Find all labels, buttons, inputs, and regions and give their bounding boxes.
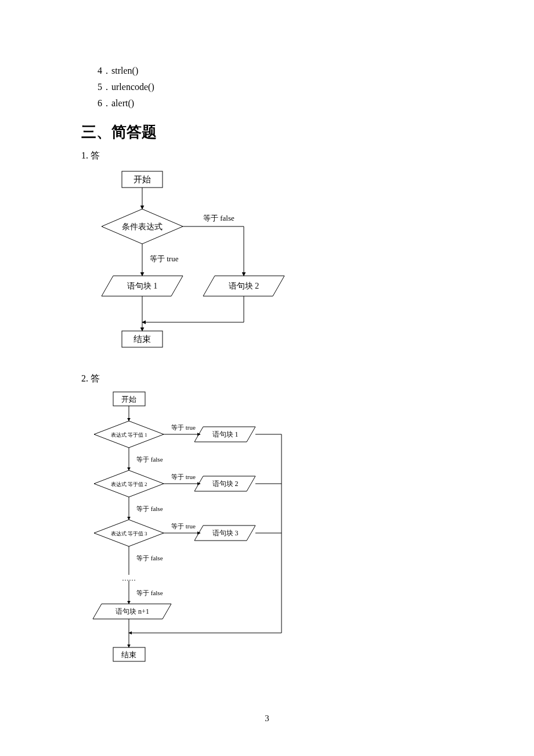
flowchart-2: 开始 表达式 等于值 1 等于 true 语句块 1 等于 false 表达式 …: [81, 389, 325, 687]
flow1-block2: 语句块 2: [229, 282, 259, 290]
section-heading: 三、简答题: [81, 122, 157, 142]
flow1-condition: 条件表达式: [122, 222, 163, 231]
flow2-block-n1: 语句块 n+1: [116, 607, 149, 615]
flow2-true2: 等于 true: [171, 473, 196, 480]
flow2-true1: 等于 true: [171, 424, 196, 431]
flow2-cond1: 表达式 等于值 1: [111, 432, 147, 438]
list-num: 4．: [98, 66, 111, 75]
flow1-false-label: 等于 false: [203, 214, 234, 222]
flow2-false1: 等于 false: [136, 456, 163, 463]
flow2-block1: 语句块 1: [212, 430, 239, 438]
flow2-true3: 等于 true: [171, 523, 196, 530]
flow2-false2: 等于 false: [136, 505, 163, 512]
list-text: urlencode(): [111, 82, 154, 92]
list-item: 6．alert(): [98, 95, 154, 111]
numbered-list: 4．strlen() 5．urlencode() 6．alert(): [98, 63, 154, 111]
question-1-label: 1. 答: [81, 150, 100, 162]
flow1-start: 开始: [134, 175, 151, 184]
list-num: 6．: [98, 98, 111, 108]
list-item: 4．strlen(): [98, 63, 154, 79]
flow2-false3: 等于 false: [136, 555, 163, 561]
flow1-block1: 语句块 1: [127, 282, 158, 290]
flowchart-1: 开始 条件表达式 等于 false 等于 true 语句块 1 语句块 2: [81, 168, 313, 368]
page-number: 3: [0, 714, 534, 723]
flow2-block3: 语句块 3: [212, 529, 239, 537]
list-text: alert(): [111, 98, 134, 108]
list-num: 5．: [98, 82, 111, 92]
flow2-cond2: 表达式 等于值 2: [111, 481, 147, 487]
flow2-cond3: 表达式 等于值 3: [111, 531, 148, 537]
list-text: strlen(): [111, 66, 138, 75]
flow1-true-label: 等于 true: [150, 254, 179, 263]
flow2-end: 结束: [121, 650, 136, 659]
flow1-end: 结束: [134, 334, 151, 344]
flow2-start: 开始: [121, 395, 136, 404]
flow2-block2: 语句块 2: [212, 480, 239, 488]
flow2-false-last: 等于 false: [136, 589, 163, 596]
list-item: 5．urlencode(): [98, 79, 154, 95]
question-2-label: 2. 答: [81, 373, 100, 385]
